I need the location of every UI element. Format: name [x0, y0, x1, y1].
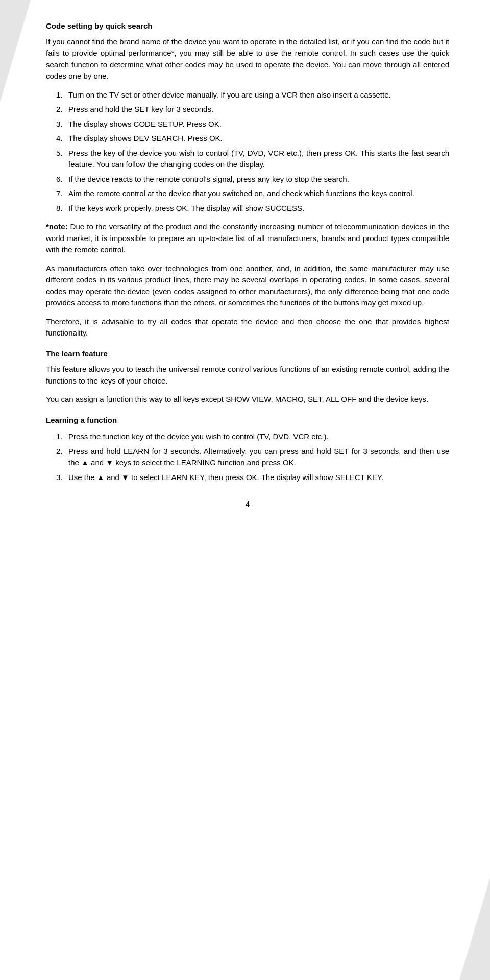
- step-7: Aim the remote control at the device tha…: [56, 188, 449, 200]
- section-heading-learning-function: Learning a function: [46, 415, 449, 426]
- code-setting-steps-list: Turn on the TV set or other device manua…: [56, 89, 449, 214]
- section-code-setting: Code setting by quick search If you cann…: [46, 20, 449, 339]
- learn-step-3: Use the ▲ and ▼ to select LEARN KEY, the…: [56, 472, 449, 484]
- note-text: Due to the versatility of the product an…: [46, 222, 449, 254]
- section-heading-code-setting: Code setting by quick search: [46, 20, 449, 32]
- learn-feature-paragraph1: This feature allows you to teach the uni…: [46, 364, 449, 387]
- learn-feature-paragraph2: You can assign a function this way to al…: [46, 394, 449, 405]
- learning-function-steps-list: Press the function key of the device you…: [56, 431, 449, 483]
- corner-decoration-bottom-right: [459, 878, 490, 980]
- overlap-paragraph: As manufacturers often take over technol…: [46, 263, 449, 309]
- learn-step-2: Press and hold LEARN for 3 seconds. Alte…: [56, 446, 449, 469]
- step-1: Turn on the TV set or other device manua…: [56, 89, 449, 101]
- note-paragraph: *note: Due to the versatility of the pro…: [46, 221, 449, 256]
- section-heading-learn-feature: The learn feature: [46, 348, 449, 360]
- step-4: The display shows DEV SEARCH. Press OK.: [56, 133, 449, 145]
- step-5: Press the key of the device you wish to …: [56, 148, 449, 171]
- code-setting-intro: If you cannot find the brand name of the…: [46, 36, 449, 82]
- page-content: Code setting by quick search If you cann…: [0, 0, 490, 541]
- step-3: The display shows CODE SETUP. Press OK.: [56, 118, 449, 130]
- note-label: *note:: [46, 222, 68, 231]
- section-learning-function: Learning a function Press the function k…: [46, 415, 449, 484]
- page-number: 4: [46, 498, 449, 510]
- learn-step-1: Press the function key of the device you…: [56, 431, 449, 443]
- step-8: If the keys work properly, press OK. The…: [56, 203, 449, 214]
- page-container: Code setting by quick search If you cann…: [0, 0, 490, 980]
- step-6: If the device reacts to the remote contr…: [56, 174, 449, 185]
- therefore-paragraph: Therefore, it is advisable to try all co…: [46, 316, 449, 339]
- section-learn-feature: The learn feature This feature allows yo…: [46, 348, 449, 405]
- step-2: Press and hold the SET key for 3 seconds…: [56, 104, 449, 115]
